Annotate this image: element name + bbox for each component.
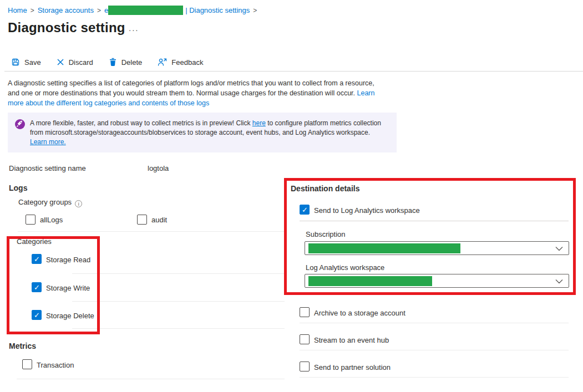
learn-more-categories-link-line3[interactable]: more about the different log categories … [8,99,209,107]
checkbox-stream-event-hub-label: Stream to an event hub [314,336,389,344]
breadcrumb-diagnostic-settings[interactable]: | Diagnostic settings [185,6,250,14]
breadcrumb-storage-accounts[interactable]: Storage accounts [38,6,94,14]
checkbox-storage-read[interactable] [32,254,42,264]
delete-label: Delete [121,58,143,67]
delete-button[interactable]: Delete [109,58,143,67]
diagnostic-setting-page: Home > Storage accounts > e | Diagnostic… [0,0,583,392]
save-icon [11,58,20,67]
chevron-down-icon [555,279,563,284]
description-line2: and one or more destinations that you wo… [8,89,357,97]
discard-x-icon [57,58,64,66]
checkbox-send-partner-solution-label: Send to partner solution [314,363,391,371]
page-title: Diagnostic setting [8,20,125,35]
learn-more-categories-link[interactable]: Learn [357,89,375,97]
banner-here-link[interactable]: here [252,119,266,127]
breadcrumb: Home > Storage accounts > e | Diagnostic… [8,6,260,15]
category-groups-text: Category groups [18,198,72,206]
command-bar: Save Discard Delete Feedback [11,55,203,69]
divider [300,377,569,378]
divider [4,71,583,72]
metrics-heading: Metrics [9,342,36,350]
divider [300,350,569,350]
category-groups-label: Category groupsi [18,198,82,207]
checkbox-send-to-log-analytics-label: Send to Log Analytics workspace [314,206,420,215]
divider [72,328,285,329]
checkbox-transaction[interactable] [22,359,32,369]
checkbox-audit-label: audit [151,216,167,224]
save-button[interactable]: Save [11,58,41,67]
trash-icon [109,58,117,67]
feedback-person-icon [158,58,167,67]
categories-label: Categories [17,237,52,246]
subscription-label: Subscription [306,230,346,238]
checkbox-storage-write-label: Storage Write [46,284,90,292]
logs-heading: Logs [9,184,27,192]
checkbox-archive-storage-label: Archive to a storage account [314,309,405,317]
description-line1: A diagnostic setting specifies a list of… [8,79,374,87]
banner-text-3: from microsoft.storage/storageaccounts/b… [30,129,370,136]
checkbox-send-partner-solution[interactable] [300,362,310,371]
page-description: A diagnostic setting specifies a list of… [8,78,374,108]
breadcrumb-separator: > [250,7,260,14]
banner-text-1: A more flexible, faster, and robust way … [30,119,252,127]
redaction-bar-subscription [308,243,460,253]
diagnostic-setting-name-value: logtola [148,164,169,172]
checkbox-storage-delete-label: Storage Delete [46,312,94,320]
diagnostic-setting-name-label: Diagnostic setting name [9,164,86,172]
checkbox-audit[interactable] [137,215,147,225]
breadcrumb-account-prefix[interactable]: e [104,6,108,14]
info-icon[interactable]: i [75,200,82,207]
divider [17,379,285,379]
preview-info-banner: A more flexible, faster, and robust way … [8,113,397,152]
save-label: Save [24,58,41,67]
feedback-button[interactable]: Feedback [158,58,203,67]
checkbox-send-to-log-analytics[interactable] [300,205,310,215]
title-overflow-menu[interactable]: ... [129,23,139,33]
discard-label: Discard [69,58,93,67]
checkbox-transaction-label: Transaction [37,361,74,369]
banner-text-2: to configure platform metrics collection [266,119,381,127]
redaction-bar-account-name [108,6,183,15]
log-analytics-workspace-label: Log Analytics workspace [306,263,384,272]
divider [18,231,285,232]
banner-learn-more-link[interactable]: Learn more. [30,138,66,146]
checkbox-storage-read-label: Storage Read [46,256,90,264]
destination-details-heading: Destination details [291,184,359,193]
chevron-down-icon [555,246,563,251]
divider [300,323,569,323]
breadcrumb-separator: > [94,7,104,14]
breadcrumb-home[interactable]: Home [8,6,27,14]
redaction-bar-workspace [308,276,432,286]
checkbox-alllogs[interactable] [26,215,36,225]
feedback-label: Feedback [171,58,203,67]
checkbox-archive-storage[interactable] [300,307,310,317]
subscription-dropdown[interactable] [305,241,569,255]
checkbox-stream-event-hub[interactable] [300,334,310,344]
checkbox-storage-write[interactable] [32,282,42,292]
checkbox-alllogs-label: allLogs [40,216,63,224]
divider [72,273,285,274]
log-analytics-workspace-dropdown[interactable] [305,274,569,288]
checkbox-storage-delete[interactable] [32,310,42,320]
divider [300,221,569,221]
discard-button[interactable]: Discard [57,58,93,67]
divider [72,301,285,302]
preview-rocket-icon [15,119,25,129]
breadcrumb-separator: > [27,7,38,14]
